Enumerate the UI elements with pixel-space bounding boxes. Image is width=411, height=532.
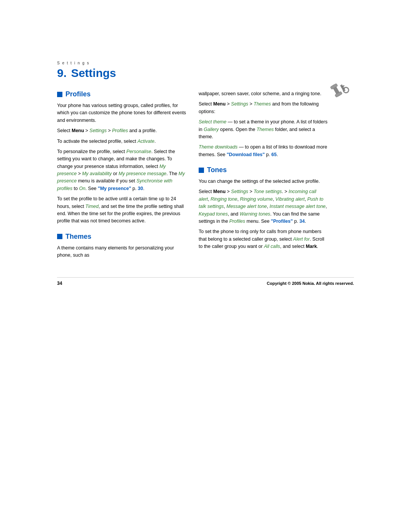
right-column: wallpaper, screen saver, color scheme, a…	[199, 90, 328, 262]
tones-para3: To set the phone to ring only for calls …	[199, 228, 328, 250]
profiles-para4: To personalize the profile, select Perso…	[57, 148, 186, 192]
profiles-section: Profiles Your phone has various setting …	[57, 90, 186, 225]
themes-continued: wallpaper, screen saver, color scheme, a…	[199, 90, 328, 158]
profiles-para2-mid: >	[84, 128, 89, 133]
page: S e t t i n g s 9. Settings	[57, 61, 354, 286]
themes-heading: Themes	[57, 233, 186, 241]
profiles-heading-square	[57, 92, 62, 97]
profiles-para2-prefix: Select	[57, 128, 72, 133]
section-label: S e t t i n g s	[57, 61, 354, 65]
themes-option2: Theme downloads — to open a list of link…	[199, 144, 328, 158]
tones-heading: Tones	[199, 166, 328, 174]
profiles-para5: To set the profile to be active until a …	[57, 195, 186, 225]
chapter-title: Settings	[71, 67, 116, 79]
profiles-para3-prefix: To activate the selected profile, select	[57, 139, 137, 144]
settings-icon	[327, 78, 354, 100]
tones-section: Tones You can change the settings of the…	[199, 166, 328, 250]
themes-para1: A theme contains many elements for perso…	[57, 244, 186, 259]
profiles-para2: Select Menu > Settings > Profiles and a …	[57, 127, 186, 134]
footer-copyright: Copyright © 2005 Nokia. All rights reser…	[267, 281, 354, 286]
chapter-number: 9.	[57, 67, 67, 79]
themes-continued-para1: wallpaper, screen saver, color scheme, a…	[199, 90, 328, 97]
tones-para1: You can change the settings of the selec…	[199, 178, 328, 185]
themes-heading-text: Themes	[65, 233, 91, 241]
two-column-layout: Profiles Your phone has various setting …	[57, 90, 354, 262]
profiles-para2-menu: Menu	[72, 128, 84, 133]
profiles-para3: To activate the selected profile, select…	[57, 138, 186, 145]
profiles-para2-profiles: Profiles	[112, 128, 128, 133]
profiles-heading: Profiles	[57, 90, 186, 98]
themes-option1: Select theme — to set a theme in your ph…	[199, 118, 328, 141]
profiles-para2-end: and a profile.	[128, 128, 157, 133]
footer: 34 Copyright © 2005 Nokia. All rights re…	[57, 277, 354, 286]
footer-page-number: 34	[57, 281, 62, 286]
tones-para2: Select Menu > Settings > Tone settings. …	[199, 188, 328, 225]
profiles-para2-suffix-pre: >	[107, 128, 112, 133]
profiles-para1: Your phone has various setting groups, c…	[57, 102, 186, 124]
left-column: Profiles Your phone has various setting …	[57, 90, 186, 262]
profiles-para3-activate: Activate	[137, 139, 154, 144]
themes-heading-square	[57, 234, 62, 239]
themes-section-left: Themes A theme contains many elements fo…	[57, 233, 186, 259]
profiles-para3-end: .	[155, 139, 156, 144]
tones-heading-text: Tones	[207, 166, 227, 174]
profiles-para2-settings: Settings	[89, 128, 107, 133]
tones-heading-square	[199, 168, 204, 173]
profiles-heading-text: Profiles	[65, 90, 91, 98]
themes-continued-para2: Select Menu > Settings > Themes and from…	[199, 101, 328, 115]
